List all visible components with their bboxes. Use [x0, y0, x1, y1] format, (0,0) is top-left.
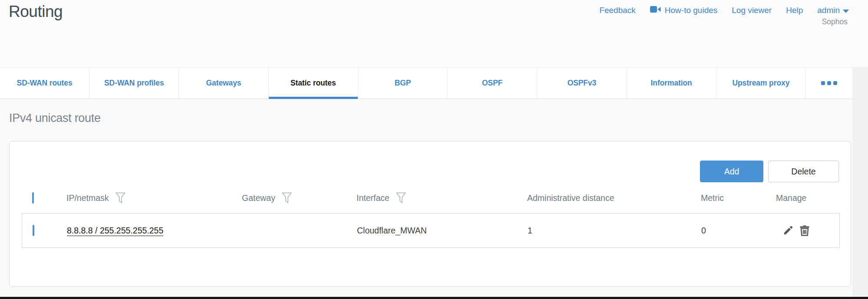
trash-icon [799, 232, 811, 238]
tab-sdwan-profiles[interactable]: SD-WAN profiles [89, 68, 178, 99]
tab-bar: SD-WAN routes SD-WAN profiles Gateways S… [0, 67, 852, 99]
table-header: IP/netmask Gateway Interface Administrat… [22, 187, 840, 209]
tab-bgp[interactable]: BGP [358, 68, 447, 99]
page-title: Routing [9, 3, 63, 21]
tab-information[interactable]: Information [627, 68, 716, 99]
row-interface-value: Cloudflare_MWAN [357, 226, 528, 236]
more-dots-icon [821, 81, 825, 85]
page-header: Routing Feedback How-to guides Log viewe… [0, 0, 868, 67]
col-ip-netmask: IP/netmask [66, 193, 109, 203]
funnel-filter-icon[interactable] [282, 192, 292, 206]
more-dots-icon [833, 81, 837, 85]
org-label: Sophos [822, 17, 848, 26]
admin-menu[interactable]: admin [817, 6, 849, 15]
tab-ospfv3[interactable]: OSPFv3 [537, 68, 626, 99]
section-heading: IPv4 unicast route [9, 112, 101, 125]
funnel-filter-icon[interactable] [116, 192, 125, 206]
ipv4-route-panel: Add Delete IP/netmask Gateway Interface … [9, 141, 851, 287]
row-metric-value: 0 [701, 226, 776, 236]
tab-ospf[interactable]: OSPF [447, 68, 537, 99]
col-admin-distance: Administrative distance [527, 193, 614, 203]
row-admin-distance-value: 1 [528, 226, 701, 236]
col-gateway: Gateway [242, 193, 275, 203]
table-row: 8.8.8.8 / 255.255.255.255 Cloudflare_MWA… [22, 213, 840, 248]
row-checkbox[interactable] [33, 225, 34, 236]
tab-overflow-menu[interactable] [805, 68, 852, 99]
help-link[interactable]: Help [786, 6, 803, 15]
col-manage: Manage [776, 193, 806, 203]
window-bottom-edge [0, 297, 868, 299]
howto-guides-link[interactable]: How-to guides [650, 6, 717, 15]
top-nav: Feedback How-to guides Log viewer Help a… [599, 6, 849, 15]
more-dots-icon [827, 81, 831, 85]
feedback-link[interactable]: Feedback [599, 6, 635, 15]
route-ip-link[interactable]: 8.8.8.8 / 255.255.255.255 [67, 226, 163, 235]
tab-gateways[interactable]: Gateways [178, 68, 268, 99]
table-toolbar: Add Delete [700, 161, 839, 182]
video-camera-icon [650, 6, 661, 15]
tab-sdwan-routes[interactable]: SD-WAN routes [0, 68, 89, 99]
funnel-filter-icon[interactable] [396, 192, 406, 206]
tab-upstream-proxy[interactable]: Upstream proxy [716, 68, 805, 99]
admin-menu-label: admin [817, 6, 840, 15]
chevron-down-icon [843, 10, 849, 13]
col-metric: Metric [701, 193, 724, 203]
delete-button[interactable]: Delete [768, 161, 839, 182]
add-button[interactable]: Add [700, 161, 763, 182]
pencil-icon [782, 232, 795, 238]
log-viewer-link[interactable]: Log viewer [732, 6, 772, 15]
trash-icon-button[interactable] [799, 224, 811, 237]
edit-route-button[interactable] [782, 224, 795, 237]
col-interface: Interface [356, 193, 389, 203]
tab-static-routes[interactable]: Static routes [268, 68, 358, 99]
howto-guides-label: How-to guides [665, 6, 717, 15]
select-all-checkbox[interactable] [32, 192, 34, 204]
